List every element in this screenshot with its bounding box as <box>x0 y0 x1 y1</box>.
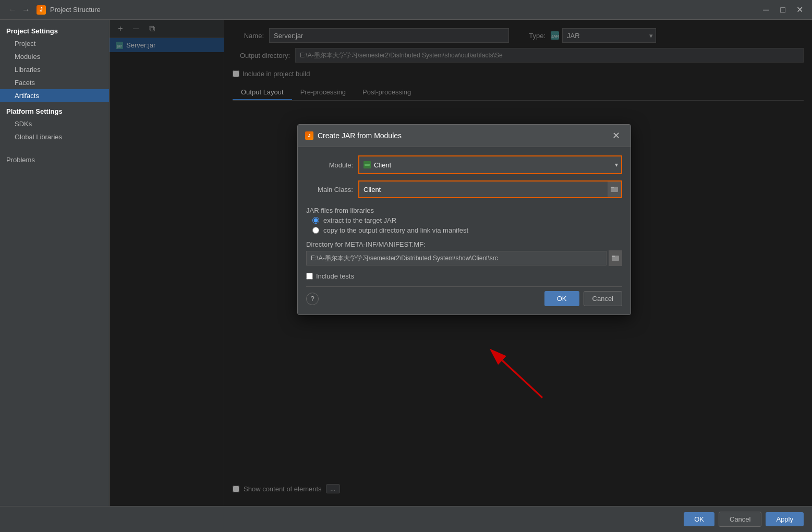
dialog-close-button[interactable]: ✕ <box>609 130 623 141</box>
apply-button[interactable]: Apply <box>766 512 804 526</box>
sidebar-item-modules[interactable]: Modules <box>0 50 109 63</box>
cancel-button[interactable]: Cancel <box>719 512 761 527</box>
sidebar-item-artifacts[interactable]: Artifacts <box>0 89 109 102</box>
dialog-title-bar: J Create JAR from Modules ✕ <box>298 125 631 147</box>
create-jar-dialog: J Create JAR from Modules ✕ Module: <box>297 124 631 315</box>
dialog-bottom-row: ? OK Cancel <box>306 286 622 306</box>
window-controls: ─ □ ✕ <box>760 4 806 16</box>
close-button[interactable]: ✕ <box>793 4 806 16</box>
include-tests-checkbox[interactable] <box>306 273 313 280</box>
maximize-button[interactable]: □ <box>777 4 789 16</box>
title-bar: ← → J Project Structure ─ □ ✕ <box>0 0 812 20</box>
sidebar-item-sdks[interactable]: SDKs <box>0 117 109 130</box>
module-label: Module: <box>306 161 353 169</box>
radio-copy[interactable] <box>312 227 319 234</box>
content-area: + ─ ⧉ jar Server:jar <box>110 20 812 506</box>
sidebar-item-global-libraries[interactable]: Global Libraries <box>0 130 109 143</box>
svg-rect-5 <box>365 164 370 166</box>
platform-settings-heading: Platform Settings <box>0 102 109 117</box>
nav-back-button[interactable]: ← <box>6 4 19 16</box>
minimize-button[interactable]: ─ <box>760 4 772 16</box>
folder-icon <box>611 185 618 192</box>
window-title: Project Structure <box>50 6 101 14</box>
mainclass-input[interactable] <box>359 182 608 197</box>
directory-browse-button[interactable] <box>609 250 622 266</box>
module-icon <box>363 161 371 168</box>
radio-extract-row: extract to the target JAR <box>306 216 622 224</box>
dialog-dir-row: Directory for META-INF/MANIFEST.MF: <box>306 240 622 266</box>
directory-input[interactable] <box>306 251 607 265</box>
include-tests-row: Include tests <box>306 272 622 280</box>
nav-arrows: ← → <box>6 4 32 16</box>
radio-extract[interactable] <box>312 217 319 224</box>
ok-button[interactable]: OK <box>684 512 714 526</box>
dialog-mainclass-row: Main Class: <box>306 180 622 198</box>
dialog-module-row: Module: Client ▾ <box>306 155 622 174</box>
svg-rect-9 <box>612 256 615 257</box>
jar-files-label: JAR files from libraries <box>306 204 622 216</box>
include-tests-label[interactable]: Include tests <box>316 272 354 280</box>
directory-label: Directory for META-INF/MANIFEST.MF: <box>306 240 622 248</box>
mainclass-browse-button[interactable] <box>608 182 621 197</box>
mainclass-label: Main Class: <box>306 186 353 194</box>
dialog-actions: OK Cancel <box>544 291 622 306</box>
radio-copy-label[interactable]: copy to the output directory and link vi… <box>323 226 468 234</box>
sidebar-item-facets[interactable]: Facets <box>0 76 109 89</box>
app-icon: J <box>37 5 46 15</box>
sidebar-item-problems[interactable]: Problems <box>0 152 109 168</box>
dialog-title: J Create JAR from Modules <box>305 131 402 140</box>
dialog-help-button[interactable]: ? <box>306 293 319 305</box>
mainclass-input-wrapper <box>358 180 622 198</box>
bottom-bar: OK Cancel Apply <box>0 506 812 532</box>
radio-extract-label[interactable]: extract to the target JAR <box>323 216 396 224</box>
folder-browse-icon <box>612 254 619 261</box>
directory-input-wrapper <box>306 250 622 266</box>
dialog-cancel-button[interactable]: Cancel <box>584 291 622 306</box>
sidebar-item-project[interactable]: Project <box>0 37 109 50</box>
dialog-ok-button[interactable]: OK <box>544 291 579 306</box>
project-settings-heading: Project Settings <box>0 24 109 37</box>
nav-forward-button[interactable]: → <box>20 4 32 16</box>
sidebar: Project Settings Project Modules Librari… <box>0 20 110 506</box>
dialog-icon: J <box>305 131 313 140</box>
sidebar-item-libraries[interactable]: Libraries <box>0 63 109 76</box>
jar-files-section: JAR files from libraries extract to the … <box>306 204 622 234</box>
main-layout: Project Settings Project Modules Librari… <box>0 20 812 506</box>
module-dropdown-arrow: ▾ <box>615 161 618 168</box>
radio-copy-row: copy to the output directory and link vi… <box>306 226 622 234</box>
dialog-body: Module: Client ▾ Main <box>298 147 631 315</box>
svg-rect-7 <box>611 187 614 188</box>
module-value: Client <box>374 161 391 169</box>
